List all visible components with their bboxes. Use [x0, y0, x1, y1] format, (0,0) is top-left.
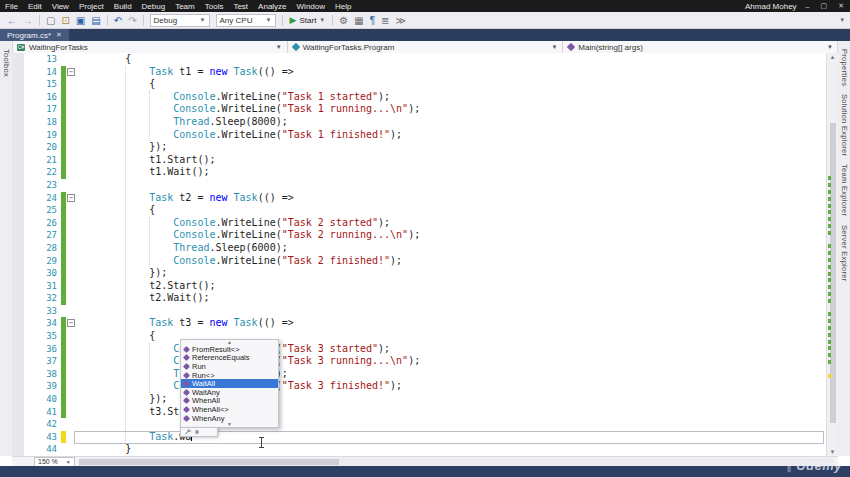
breakpoint-gutter[interactable] — [12, 192, 24, 205]
intellisense-item-fromresult[interactable]: FromResult<> — [181, 345, 278, 354]
menu-item-team[interactable]: Team — [170, 2, 200, 11]
breakpoint-gutter[interactable] — [12, 380, 24, 393]
code-line[interactable]: 20}); — [12, 141, 826, 154]
breakpoint-gutter[interactable] — [12, 179, 24, 192]
code-line[interactable]: 17Console.WriteLine("Task 1 running...\n… — [12, 103, 826, 116]
breakpoint-gutter[interactable] — [12, 418, 24, 431]
intellisense-item-waitany[interactable]: WaitAny — [181, 388, 278, 397]
redo-icon[interactable]: ↷ — [125, 13, 139, 28]
comment-icon[interactable]: ¶ — [367, 13, 378, 28]
sidebar-tab-server-explorer[interactable]: Server Explorer — [840, 225, 849, 282]
breakpoint-gutter[interactable] — [12, 431, 24, 444]
menu-item-view[interactable]: View — [47, 2, 74, 11]
undo-icon[interactable]: ↶ — [111, 13, 125, 28]
wrench-icon[interactable] — [184, 428, 192, 436]
code-line[interactable]: 39Console.WriteLine("Task 3 finished!"); — [12, 380, 826, 393]
breakpoint-gutter[interactable] — [12, 305, 24, 318]
build-icon[interactable]: ⚙ — [336, 13, 351, 28]
code-line[interactable]: 14−Task t1 = new Task(() => — [12, 66, 826, 79]
tab-close-icon[interactable]: ✕ — [56, 31, 62, 39]
line-display-icon[interactable]: ≣ — [378, 13, 392, 28]
menu-item-test[interactable]: Test — [228, 2, 253, 11]
code-line[interactable]: 40}); — [12, 393, 826, 406]
collapse-icon[interactable]: − — [67, 68, 75, 76]
breakpoint-gutter[interactable] — [12, 317, 24, 330]
show-threads-icon[interactable]: ▦ — [351, 13, 366, 28]
breakpoint-gutter[interactable] — [12, 368, 24, 381]
type-dropdown[interactable]: WaitingForTasks.Program ▼ — [288, 41, 564, 53]
sidebar-tab-properties[interactable]: Properties — [840, 49, 849, 86]
breakpoint-gutter[interactable] — [12, 406, 24, 419]
menu-item-help[interactable]: Help — [330, 2, 356, 11]
save-all-icon[interactable]: ▤ — [88, 13, 103, 28]
breakpoint-gutter[interactable] — [12, 166, 24, 179]
breakpoint-gutter[interactable] — [12, 91, 24, 104]
user-account-label[interactable]: Ahmad Mohey — [745, 2, 797, 11]
maximize-button[interactable]: ▢ — [819, 2, 830, 10]
options-icon[interactable] — [195, 430, 199, 434]
code-line[interactable]: 34−Task t3 = new Task(() => — [12, 317, 826, 330]
minimize-button[interactable]: – — [804, 3, 812, 10]
intellisense-item-run[interactable]: Run<> — [181, 371, 278, 380]
code-line[interactable]: 33 — [12, 305, 826, 318]
code-line[interactable]: 41t3.Start(); — [12, 406, 826, 419]
member-dropdown[interactable]: Main(string[] args) ▼ — [563, 41, 838, 53]
code-line[interactable]: 31t2.Start(); — [12, 280, 826, 293]
breakpoint-gutter[interactable] — [12, 78, 24, 91]
breakpoint-gutter[interactable] — [12, 66, 24, 79]
zoom-dropdown[interactable]: 150 % ▼ — [34, 457, 75, 467]
intellisense-item-referenceequals[interactable]: ReferenceEquals — [181, 354, 278, 363]
code-line[interactable]: 27Console.WriteLine("Task 2 running...\n… — [12, 229, 826, 242]
breakpoint-gutter[interactable] — [12, 204, 24, 217]
new-file-icon[interactable]: ▢ — [43, 13, 58, 28]
code-line[interactable]: 16Console.WriteLine("Task 1 started"); — [12, 91, 826, 104]
breakpoint-gutter[interactable] — [12, 393, 24, 406]
start-debug-button[interactable]: ▶Start▼ — [286, 15, 330, 25]
breakpoint-gutter[interactable] — [12, 229, 24, 242]
intellisense-item-run[interactable]: Run — [181, 362, 278, 371]
code-line[interactable]: 35{ — [12, 330, 826, 343]
code-line[interactable]: 15{ — [12, 78, 826, 91]
breakpoint-gutter[interactable] — [12, 154, 24, 167]
menu-item-debug[interactable]: Debug — [137, 2, 171, 11]
horizontal-scrollbar[interactable] — [79, 458, 834, 466]
vertical-scrollbar[interactable]: ▲ ▼ — [826, 53, 838, 456]
code-line[interactable]: 13{ — [12, 53, 826, 66]
code-line[interactable]: 26Console.WriteLine("Task 2 started"); — [12, 217, 826, 230]
open-file-icon[interactable]: ⊡ — [58, 13, 72, 28]
code-line[interactable]: 37Console.WriteLine("Task 3 running...\n… — [12, 355, 826, 368]
solution-config-dropdown[interactable]: Debug▼ — [150, 14, 210, 27]
breakpoint-gutter[interactable] — [12, 53, 24, 66]
intellisense-item-whenall[interactable]: WhenAll<> — [181, 405, 278, 414]
project-dropdown[interactable]: C# WaitingForTasks ▼ — [12, 41, 288, 53]
code-line[interactable]: 19Console.WriteLine("Task 1 finished!"); — [12, 129, 826, 142]
code-line[interactable]: 22t1.Wait(); — [12, 166, 826, 179]
code-line[interactable]: 28Thread.Sleep(6000); — [12, 242, 826, 255]
code-line[interactable]: 25{ — [12, 204, 826, 217]
scroll-up-icon[interactable]: ▲ — [827, 54, 838, 60]
find-icon[interactable]: ≫ — [393, 13, 409, 28]
scroll-down-icon[interactable]: ▼ — [827, 449, 838, 455]
code-editor[interactable]: 13{14−Task t1 = new Task(() =>15{16Conso… — [12, 53, 826, 456]
nav-back-icon[interactable]: ← — [4, 13, 20, 28]
breakpoint-gutter[interactable] — [12, 141, 24, 154]
intellisense-item-whenall[interactable]: WhenAll — [181, 397, 278, 406]
code-line[interactable]: 29Console.WriteLine("Task 2 finished!"); — [12, 255, 826, 268]
menu-item-edit[interactable]: Edit — [23, 2, 47, 11]
menu-item-analyze[interactable]: Analyze — [253, 2, 291, 11]
menu-item-window[interactable]: Window — [292, 2, 330, 11]
platform-dropdown[interactable]: Any CPU▼ — [216, 14, 276, 27]
breakpoint-gutter[interactable] — [12, 280, 24, 293]
code-line[interactable]: 32t2.Wait(); — [12, 292, 826, 305]
code-line[interactable]: 42 — [12, 418, 826, 431]
breakpoint-gutter[interactable] — [12, 103, 24, 116]
toolbar-overflow-icon[interactable]: ▾ — [840, 16, 850, 24]
breakpoint-gutter[interactable] — [12, 443, 24, 456]
breakpoint-gutter[interactable] — [12, 355, 24, 368]
save-icon[interactable]: ▣ — [73, 13, 88, 28]
code-line[interactable]: 30}); — [12, 267, 826, 280]
breakpoint-gutter[interactable] — [12, 330, 24, 343]
menu-item-project[interactable]: Project — [74, 2, 109, 11]
code-line[interactable]: 44} — [12, 443, 826, 456]
sidebar-tab-toolbox[interactable]: Toolbox — [2, 49, 11, 77]
